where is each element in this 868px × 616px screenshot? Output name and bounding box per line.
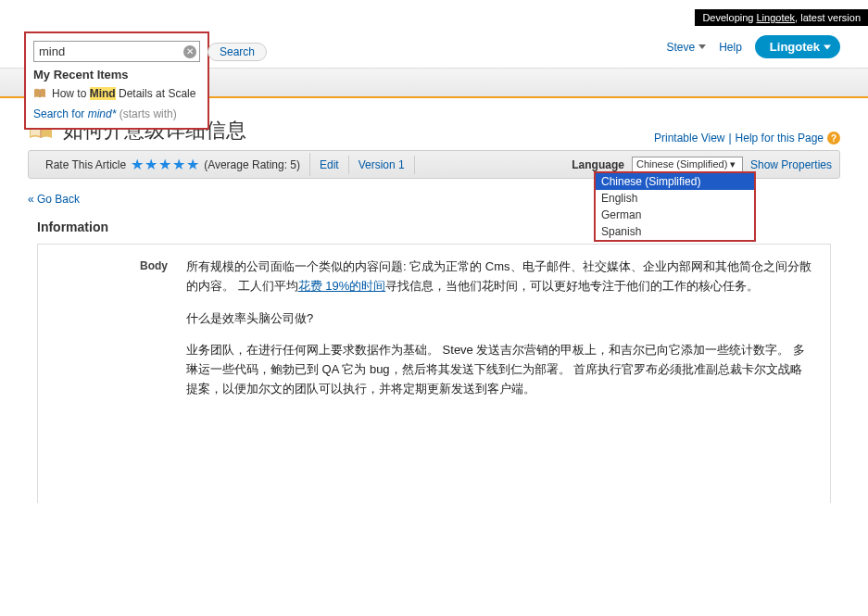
help-icon[interactable]: ? xyxy=(827,132,840,145)
star-icon[interactable]: ★ xyxy=(145,156,157,173)
app-menu-button[interactable]: Lingotek xyxy=(755,35,840,58)
help-page-link[interactable]: Help for this Page xyxy=(736,132,824,145)
language-label: Language xyxy=(572,158,624,171)
search-dropdown: ✕ Search My Recent Items How to Mind Det… xyxy=(24,31,209,130)
star-icon[interactable]: ★ xyxy=(131,156,144,173)
star-icon[interactable]: ★ xyxy=(186,156,199,173)
recent-items-title: My Recent Items xyxy=(33,68,200,82)
info-box: Body 所有规模的公司面临一个类似的内容问题: 它成为正常的 Cms、电子邮件… xyxy=(37,244,831,503)
language-option[interactable]: Spanish xyxy=(596,223,754,240)
toolbar: Rate This Article ★ ★ ★ ★ ★ (Average Rat… xyxy=(28,150,840,179)
language-dropdown: Chinese (Simplified) English German Span… xyxy=(594,171,756,242)
search-for-link[interactable]: Search for mind* (starts with) xyxy=(33,107,200,120)
dev-link[interactable]: Lingotek xyxy=(756,12,795,23)
show-properties-link[interactable]: Show Properties xyxy=(750,158,832,171)
language-option[interactable]: Chinese (Simplified) xyxy=(596,173,754,190)
search-button[interactable]: Search xyxy=(208,43,267,61)
book-icon xyxy=(33,88,46,99)
edit-button[interactable]: Edit xyxy=(310,156,349,174)
search-input[interactable] xyxy=(33,41,200,62)
dev-badge: Developing Lingotek, latest version xyxy=(695,9,868,26)
language-select[interactable]: Chinese (Simplified) ▾ xyxy=(632,157,743,172)
body-label: Body xyxy=(57,258,168,490)
chevron-down-icon xyxy=(698,44,706,49)
rating-stars[interactable]: ★ ★ ★ ★ ★ xyxy=(131,156,199,173)
avg-rating: (Average Rating: 5) xyxy=(204,158,300,171)
rate-label: Rate This Article xyxy=(45,158,126,171)
help-link[interactable]: Help xyxy=(719,41,742,54)
body-link[interactable]: 花费 19%的时间 xyxy=(298,279,386,293)
recent-item[interactable]: How to Mind Details at Scale xyxy=(33,87,200,100)
star-icon[interactable]: ★ xyxy=(158,156,171,173)
printable-view-link[interactable]: Printable View xyxy=(654,132,725,145)
clear-icon[interactable]: ✕ xyxy=(183,45,196,58)
language-option[interactable]: German xyxy=(596,207,754,223)
user-menu[interactable]: Steve xyxy=(666,41,706,54)
body-content: 所有规模的公司面临一个类似的内容问题: 它成为正常的 Cms、电子邮件、社交媒体… xyxy=(186,258,811,490)
star-icon[interactable]: ★ xyxy=(172,156,185,173)
version-button[interactable]: Version 1 xyxy=(349,156,415,174)
separator: | xyxy=(728,132,731,145)
chevron-down-icon xyxy=(824,44,831,49)
language-option[interactable]: English xyxy=(596,190,754,207)
